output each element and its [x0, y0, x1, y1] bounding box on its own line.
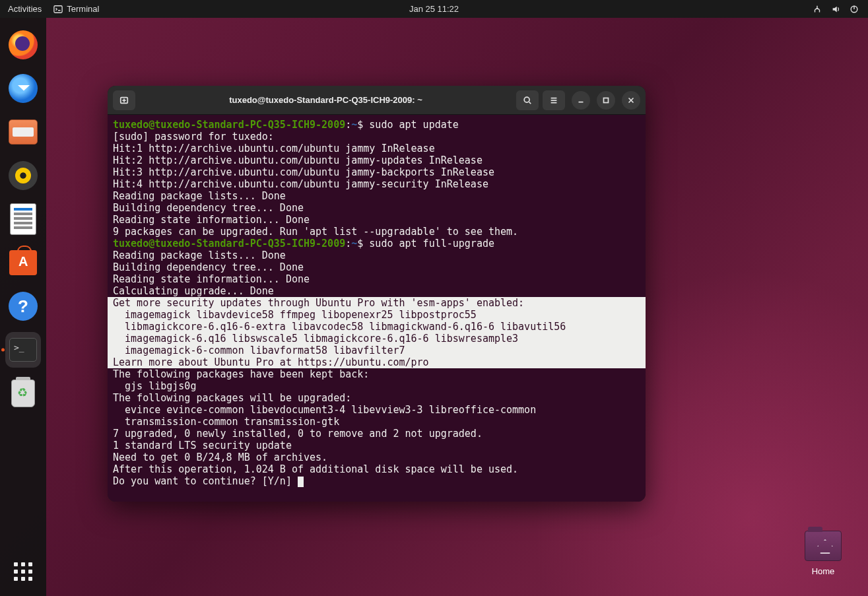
new-tab-button[interactable]	[113, 90, 135, 110]
dock: ?	[0, 18, 46, 596]
dock-app-help[interactable]: ?	[5, 288, 41, 324]
dock-app-firefox[interactable]	[5, 27, 41, 63]
svg-point-6	[524, 97, 529, 102]
desktop-icon-home-label: Home	[805, 566, 842, 576]
help-icon: ?	[9, 292, 38, 321]
search-button[interactable]	[516, 90, 539, 110]
power-status-icon[interactable]	[850, 5, 859, 14]
volume-status-icon[interactable]	[831, 5, 840, 14]
rhythmbox-icon	[9, 161, 38, 190]
window-maximize-button[interactable]	[597, 91, 615, 110]
terminal-icon	[9, 338, 37, 362]
activities-button[interactable]: Activities	[8, 4, 42, 14]
show-applications-button[interactable]	[5, 554, 41, 589]
home-folder-icon	[805, 531, 842, 561]
window-title: tuxedo@tuxedo-Standard-PC-Q35-ICH9-2009:…	[139, 95, 512, 105]
dock-app-libreoffice-writer[interactable]	[5, 201, 41, 237]
svg-line-7	[529, 102, 531, 104]
minimize-icon	[576, 96, 585, 105]
terminal-content[interactable]: tuxedo@tuxedo-Standard-PC-Q35-ICH9-2009:…	[108, 115, 646, 502]
close-icon	[626, 96, 636, 105]
thunderbird-icon	[9, 74, 38, 103]
search-icon	[523, 96, 532, 105]
firefox-icon	[9, 30, 38, 59]
hamburger-menu-button[interactable]	[543, 90, 565, 110]
terminal-indicator-icon	[53, 5, 63, 14]
window-minimize-button[interactable]	[572, 91, 590, 110]
new-tab-icon	[119, 96, 129, 105]
terminal-cursor	[298, 477, 304, 487]
apps-grid-icon	[14, 562, 32, 581]
libreoffice-writer-icon	[10, 203, 36, 235]
app-menu-label: Terminal	[67, 4, 99, 14]
svg-rect-12	[604, 98, 609, 102]
maximize-icon	[601, 96, 611, 105]
app-menu[interactable]: Terminal	[53, 4, 99, 14]
files-icon	[9, 119, 38, 145]
dock-app-files[interactable]	[5, 114, 41, 150]
svg-rect-0	[54, 5, 62, 13]
dock-app-trash[interactable]	[5, 376, 41, 411]
dock-app-ubuntu-software[interactable]	[5, 245, 41, 281]
running-indicator-dot	[1, 348, 5, 352]
trash-icon	[11, 380, 35, 407]
terminal-window: tuxedo@tuxedo-Standard-PC-Q35-ICH9-2009:…	[108, 86, 646, 502]
ubuntu-software-icon	[9, 250, 37, 275]
window-titlebar[interactable]: tuxedo@tuxedo-Standard-PC-Q35-ICH9-2009:…	[108, 86, 646, 115]
desktop-icon-home[interactable]: Home	[805, 531, 842, 576]
network-status-icon[interactable]	[813, 5, 822, 14]
clock[interactable]: Jan 25 11:22	[409, 4, 459, 14]
dock-app-rhythmbox[interactable]	[5, 158, 41, 193]
window-close-button[interactable]	[622, 91, 640, 110]
dock-app-thunderbird[interactable]	[5, 71, 41, 106]
hamburger-icon	[549, 96, 558, 105]
top-bar: Activities Terminal Jan 25 11:22	[0, 0, 868, 18]
dock-app-terminal[interactable]	[5, 332, 41, 368]
